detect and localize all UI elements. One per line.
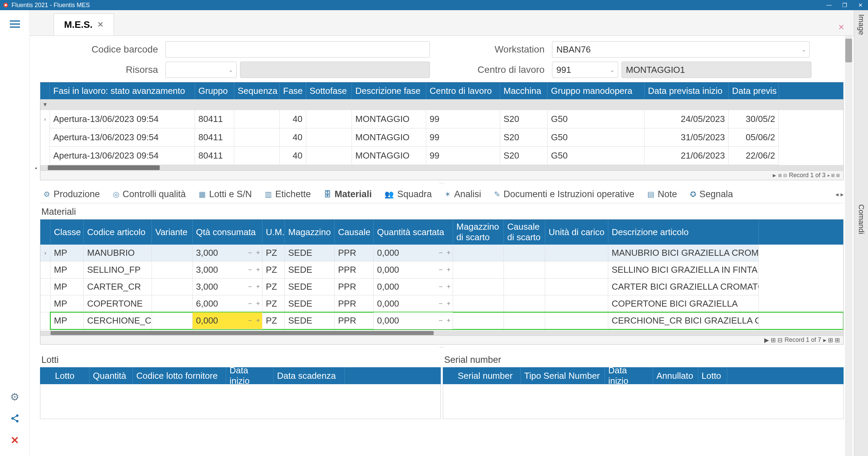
col-dpf[interactable]: Data previs	[729, 82, 779, 99]
workstation-select[interactable]: NBAN76⌄	[552, 41, 810, 58]
close-window-button[interactable]: ✕	[852, 0, 868, 10]
stepper-minus[interactable]: −	[248, 317, 252, 325]
tab-documenti[interactable]: ✎Documenti e Istruzioni operative	[494, 189, 634, 200]
col-qta-scartata[interactable]: Quantità scartata	[374, 220, 453, 245]
tab-analisi[interactable]: ✶Analisi	[445, 189, 481, 200]
stepper-plus[interactable]: +	[256, 283, 260, 291]
nav-first-icon[interactable]: ▶ ⊞ ⊟	[764, 336, 783, 344]
stepper-minus[interactable]: −	[248, 300, 252, 308]
table-row[interactable]: MPCOPERTONE6,000−+PZSEDEPPR0,000−+COPERT…	[51, 295, 843, 312]
tab-controlli[interactable]: ◎Controlli qualità	[113, 189, 186, 200]
col-variante[interactable]: Variante	[152, 220, 193, 245]
row-selector[interactable]	[40, 128, 50, 147]
col-lotto-data-scadenza[interactable]: Data scadenza	[274, 367, 345, 384]
risorsa-select[interactable]: ⌄	[165, 62, 237, 78]
col-serial[interactable]: Serial number	[454, 367, 521, 384]
row-selector[interactable]	[40, 262, 51, 278]
tab-scroll-left[interactable]: ◂	[835, 191, 839, 198]
stepper-plus[interactable]: +	[447, 300, 451, 308]
table-row[interactable]: Apertura-13/06/2023 09:548041140MONTAGGI…	[50, 110, 843, 128]
stepper-minus[interactable]: −	[439, 317, 443, 325]
col-classe[interactable]: Classe	[51, 220, 84, 245]
col-cau-scarto[interactable]: Causale di scarto	[504, 220, 545, 245]
cdl-select[interactable]: 991⌄	[552, 62, 618, 78]
tab-lotti-sn[interactable]: ▦Lotti e S/N	[199, 189, 252, 200]
col-lotto-data-inizio[interactable]: Data inizio	[226, 367, 274, 384]
stepper-plus[interactable]: +	[447, 249, 451, 257]
stepper-plus[interactable]: +	[447, 330, 451, 331]
stepper-plus[interactable]: +	[256, 330, 260, 331]
splitter-handle-2[interactable]: ·····	[40, 345, 844, 350]
table-row[interactable]: MPMANUBRIO3,000−+PZSEDEPPR0,000−+MANUBRI…	[51, 245, 843, 262]
stepper-plus[interactable]: +	[447, 283, 451, 291]
table-row[interactable]: MPCERCHIONE_CR0,000−+PZSEDEPPR0,000−+CER…	[51, 312, 843, 329]
col-cdl[interactable]: Centro di lavoro	[426, 82, 500, 99]
row-selector[interactable]	[40, 147, 50, 165]
table-row[interactable]: MPSELLINO_FP3,000−+PZSEDEPPR0,000−+SELLI…	[51, 262, 843, 278]
stepper-minus[interactable]: −	[439, 330, 443, 331]
table-row[interactable]: SLTELAIO_CR3,000−+PZSEDEPPR0,000−+TELAIO…	[51, 329, 843, 331]
col-lotto-qta[interactable]: Quantità	[90, 367, 133, 384]
table-row[interactable]: MPCARTER_CR3,000−+PZSEDEPPR0,000−+CARTER…	[51, 278, 843, 295]
materials-hscroll[interactable]	[40, 331, 843, 335]
col-sequenza[interactable]: Sequenza	[234, 82, 280, 99]
serial-body[interactable]	[443, 384, 844, 419]
menu-hamburger-icon[interactable]	[9, 18, 21, 30]
col-magazzino[interactable]: Magazzino	[285, 220, 335, 245]
stepper-plus[interactable]: +	[447, 266, 451, 274]
row-selector[interactable]: ›	[40, 245, 51, 262]
table-row[interactable]: Apertura-13/06/2023 09:548041140MONTAGGI…	[50, 147, 843, 165]
col-gruppo[interactable]: Gruppo	[195, 82, 234, 99]
col-serial-data-inizio[interactable]: Data inizio	[605, 367, 653, 384]
col-serial-tipo[interactable]: Tipo Serial Number	[521, 367, 605, 384]
stepper-minus[interactable]: −	[439, 266, 443, 274]
splitter-handle[interactable]: ·····	[40, 180, 844, 186]
stepper-minus[interactable]: −	[439, 249, 443, 257]
stepper-plus[interactable]: +	[256, 300, 260, 308]
tab-scroll-right[interactable]: ▸	[841, 191, 844, 198]
col-gman[interactable]: Gruppo manodopera	[548, 82, 645, 99]
debug-close-icon[interactable]: ✕	[838, 23, 844, 32]
tab-mes[interactable]: M.E.S. ✕	[54, 14, 114, 36]
stepper-plus[interactable]: +	[256, 317, 260, 325]
stepper-minus[interactable]: −	[248, 266, 252, 274]
col-udc[interactable]: Unità di carico	[545, 220, 608, 245]
filter-row[interactable]: ▼	[40, 99, 843, 110]
col-lotto-fornitore[interactable]: Codice lotto fornitore	[133, 367, 226, 384]
row-selector[interactable]: ›	[40, 110, 50, 128]
tab-note[interactable]: ▤Note	[647, 189, 677, 200]
tab-produzione[interactable]: ⚙Produzione	[43, 189, 100, 200]
col-um[interactable]: U.M.	[262, 220, 285, 245]
stepper-plus[interactable]: +	[256, 266, 260, 274]
barcode-input[interactable]	[165, 41, 430, 58]
settings-gear-icon[interactable]: ⚙	[9, 391, 21, 402]
col-desc-fase[interactable]: Descrizione fase	[352, 82, 426, 99]
stepper-plus[interactable]: +	[256, 249, 260, 257]
col-mag-scarto[interactable]: Magazzino di scarto	[453, 220, 504, 245]
minimize-button[interactable]: —	[821, 0, 837, 10]
row-selector[interactable]	[40, 329, 51, 331]
tab-close-icon[interactable]: ✕	[97, 20, 103, 29]
col-dpi[interactable]: Data prevista inizio	[645, 82, 729, 99]
nav-next-icon[interactable]: ▸ ⊞ ⊞	[828, 173, 840, 178]
col-desc-articolo[interactable]: Descrizione articolo	[608, 220, 759, 245]
row-selector[interactable]	[40, 278, 51, 295]
right-tab-image[interactable]: Image	[857, 14, 866, 35]
maximize-button[interactable]: ❐	[837, 0, 852, 10]
col-qta-consumata[interactable]: Qtà consumata	[193, 220, 262, 245]
col-lotto[interactable]: Lotto	[52, 367, 90, 384]
nav-first-icon[interactable]: ▶	[773, 173, 776, 178]
col-macchina[interactable]: Macchina	[500, 82, 548, 99]
filter-icon[interactable]: ▼	[40, 102, 50, 108]
stepper-minus[interactable]: −	[439, 300, 443, 308]
lotti-body[interactable]	[40, 384, 441, 419]
stepper-minus[interactable]: −	[248, 283, 252, 291]
col-articolo[interactable]: Codice articolo	[84, 220, 152, 245]
nav-prev-icon[interactable]: ⊞ ⊟	[778, 173, 787, 178]
row-selector[interactable]	[40, 312, 51, 329]
tab-segnala[interactable]: ✪Segnala	[690, 189, 733, 200]
row-selector[interactable]	[40, 295, 51, 312]
col-fasi[interactable]: Fasi in lavoro: stato avanzamento	[50, 82, 195, 99]
stepper-plus[interactable]: +	[447, 317, 451, 325]
col-serial-annullato[interactable]: Annullato	[653, 367, 698, 384]
